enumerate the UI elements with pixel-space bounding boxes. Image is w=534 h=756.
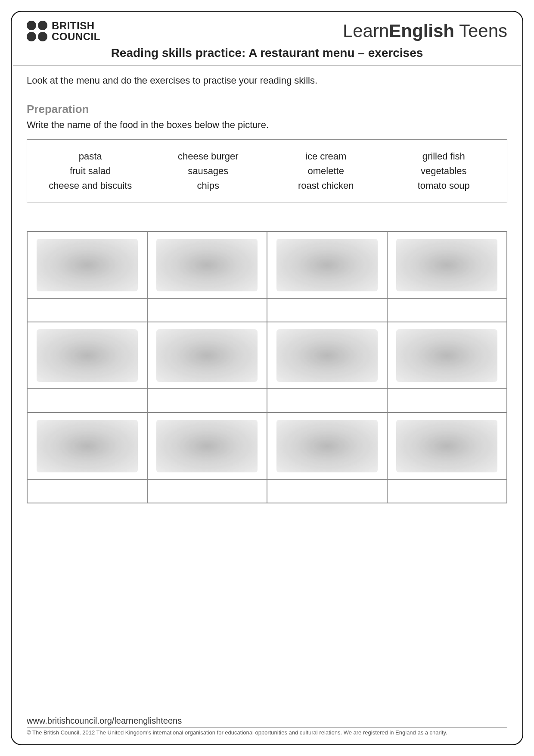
food-image-icon: [37, 329, 138, 382]
word-item: vegetables: [385, 166, 503, 177]
worksheet-title: Reading skills practice: A restaurant me…: [12, 44, 522, 65]
learn-english-teens-brand: LearnEnglish Teens: [343, 21, 507, 41]
word-item: pasta: [31, 151, 149, 162]
word-row: pasta cheese burger ice cream grilled fi…: [31, 151, 503, 162]
picture-grid: [27, 231, 507, 503]
footer-copyright: © The British Council, 2012 The United K…: [27, 729, 507, 736]
header: BRITISH COUNCIL LearnEnglish Teens: [12, 20, 522, 44]
brand-part1: Learn: [343, 21, 389, 41]
food-image-icon: [396, 329, 497, 382]
food-image-cell: [27, 231, 147, 298]
food-image-cell: [267, 322, 387, 389]
answer-box[interactable]: [147, 389, 267, 412]
worksheet-page: BRITISH COUNCIL LearnEnglish Teens Readi…: [11, 11, 523, 745]
answer-box[interactable]: [147, 298, 267, 322]
food-image-cell: [147, 412, 267, 479]
food-image-cell: [387, 322, 507, 389]
british-council-logo: BRITISH COUNCIL: [27, 20, 100, 42]
food-image-cell: [387, 231, 507, 298]
answer-box[interactable]: [387, 389, 507, 412]
food-image-icon: [396, 420, 497, 472]
food-image-cell: [267, 231, 387, 298]
word-item: grilled fish: [385, 151, 503, 162]
intro-text: Look at the menu and do the exercises to…: [27, 75, 507, 86]
food-image-icon: [396, 239, 497, 291]
word-item: ice cream: [267, 151, 385, 162]
food-image-cell: [387, 412, 507, 479]
logo-line2: COUNCIL: [52, 31, 100, 42]
logo-text: BRITISH COUNCIL: [52, 20, 100, 42]
answer-box[interactable]: [387, 479, 507, 503]
food-image-cell: [27, 412, 147, 479]
word-item: cheese burger: [149, 151, 267, 162]
food-image-cell: [27, 322, 147, 389]
word-item: chips: [149, 180, 267, 191]
word-row: cheese and biscuits chips roast chicken …: [31, 180, 503, 191]
brand-part2: English: [389, 21, 454, 41]
footer-url: www.britishcouncil.org/learnenglishteens: [27, 716, 507, 728]
word-bank: pasta cheese burger ice cream grilled fi…: [27, 139, 507, 203]
food-image-cell: [147, 231, 267, 298]
food-image-icon: [276, 239, 378, 291]
food-image-icon: [276, 329, 378, 382]
word-row: fruit salad sausages omelette vegetables: [31, 166, 503, 177]
food-image-icon: [37, 239, 138, 291]
word-item: tomato soup: [385, 180, 503, 191]
word-item: cheese and biscuits: [31, 180, 149, 191]
answer-box[interactable]: [27, 479, 147, 503]
food-image-cell: [147, 322, 267, 389]
food-image-icon: [156, 239, 258, 291]
food-image-icon: [156, 329, 258, 382]
content: Look at the menu and do the exercises to…: [12, 66, 522, 503]
food-image-icon: [156, 420, 258, 472]
food-image-icon: [37, 420, 138, 472]
logo-line1: BRITISH: [52, 20, 100, 31]
answer-box[interactable]: [27, 298, 147, 322]
preparation-heading: Preparation: [27, 103, 507, 116]
answer-box[interactable]: [267, 389, 387, 412]
word-item: roast chicken: [267, 180, 385, 191]
answer-box[interactable]: [387, 298, 507, 322]
word-item: sausages: [149, 166, 267, 177]
word-item: omelette: [267, 166, 385, 177]
answer-box[interactable]: [267, 479, 387, 503]
answer-box[interactable]: [27, 389, 147, 412]
brand-part3: Teens: [454, 21, 507, 41]
logo-dots-icon: [27, 21, 47, 41]
answer-box[interactable]: [147, 479, 267, 503]
preparation-instruction: Write the name of the food in the boxes …: [27, 119, 507, 131]
word-item: fruit salad: [31, 166, 149, 177]
food-image-icon: [276, 420, 378, 472]
answer-box[interactable]: [267, 298, 387, 322]
food-image-cell: [267, 412, 387, 479]
footer: www.britishcouncil.org/learnenglishteens…: [27, 716, 507, 736]
